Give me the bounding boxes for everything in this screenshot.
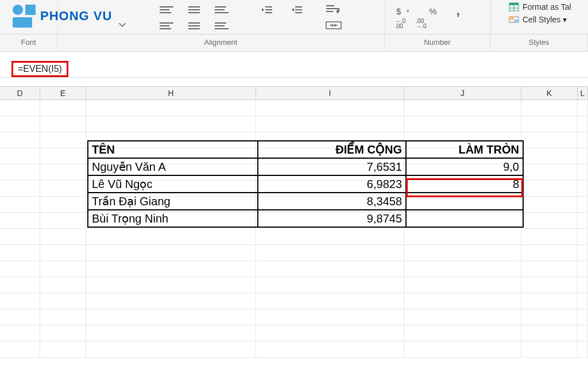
spreadsheet-grid[interactable]: D E H I J K L xyxy=(0,86,588,368)
comma-format-button[interactable]: , xyxy=(457,3,460,18)
column-header[interactable]: J xyxy=(404,87,521,99)
svg-rect-15 xyxy=(509,17,514,20)
font-group-label: Font xyxy=(0,34,57,51)
wrap-merge-group xyxy=(325,3,347,33)
table-row: Trần Đại Giang 8,3458 xyxy=(88,193,523,210)
align-bottom-button[interactable] xyxy=(215,3,229,16)
ribbon: PHONG VU $ ▾ % , xyxy=(0,0,588,34)
cell-score[interactable]: 9,8745 xyxy=(258,210,406,227)
cell-round[interactable] xyxy=(406,210,523,227)
cell-score[interactable]: 8,3458 xyxy=(258,193,406,210)
svg-rect-6 xyxy=(326,5,334,6)
cell-name[interactable]: Bùi Trọng Ninh xyxy=(88,210,258,227)
number-group-label: Number xyxy=(385,34,490,51)
decimal-group: ←.0 .00 .00 →.0 xyxy=(395,18,427,29)
table-row: Bùi Trọng Ninh 9,8745 xyxy=(88,210,523,227)
formula-bar[interactable]: =EVEN(I5) xyxy=(0,60,588,78)
column-header[interactable]: I xyxy=(256,87,404,99)
cell-round-selected[interactable]: 8 xyxy=(406,175,523,193)
styles-group: Format as Tal Cell Styles ▾ xyxy=(509,2,571,24)
alignment-group-label: Alignment xyxy=(57,34,385,51)
cell-round[interactable] xyxy=(406,193,523,210)
align-center-button[interactable] xyxy=(187,20,201,32)
cell-styles-icon xyxy=(509,15,519,24)
cell-styles-label: Cell Styles ▾ xyxy=(523,15,567,24)
format-as-table-button[interactable]: Format as Tal xyxy=(509,2,571,12)
align-top-button[interactable] xyxy=(160,3,173,16)
percent-format-button[interactable]: % xyxy=(429,6,436,16)
column-header[interactable]: K xyxy=(521,87,578,99)
indent-group xyxy=(261,3,307,16)
cell-round[interactable]: 9,0 xyxy=(406,158,523,175)
header-round[interactable]: LÀM TRÒN xyxy=(406,141,523,158)
ribbon-group-labels: Font Alignment Number Styles xyxy=(0,34,588,52)
svg-rect-4 xyxy=(295,9,302,10)
table-row: Lê Vũ Ngọc 6,9823 8 xyxy=(88,175,523,193)
decrease-decimal-button[interactable]: .00 →.0 xyxy=(416,18,426,29)
svg-rect-16 xyxy=(514,20,519,22)
svg-rect-0 xyxy=(265,6,272,7)
column-header[interactable]: E xyxy=(40,87,86,99)
cell-name[interactable]: Lê Vũ Ngọc xyxy=(88,175,258,193)
align-right-button[interactable] xyxy=(215,20,229,32)
horizontal-align-group xyxy=(160,20,229,32)
decrease-indent-button[interactable] xyxy=(261,3,277,16)
merge-center-button[interactable] xyxy=(325,20,347,33)
logo-icon xyxy=(13,5,36,28)
cell-score[interactable]: 7,6531 xyxy=(258,158,406,175)
header-name[interactable]: TÊN xyxy=(88,141,258,158)
wrap-text-button[interactable] xyxy=(325,3,347,17)
table-header-row: TÊN ĐIỂM CỘNG LÀM TRÒN xyxy=(88,141,523,158)
font-dropdown-icon[interactable] xyxy=(118,21,126,29)
svg-rect-5 xyxy=(295,12,302,13)
cell-score[interactable]: 6,9823 xyxy=(258,175,406,193)
svg-rect-3 xyxy=(295,6,302,7)
align-middle-button[interactable] xyxy=(187,3,201,16)
increase-indent-button[interactable] xyxy=(291,3,307,16)
svg-rect-2 xyxy=(265,12,272,13)
table-icon xyxy=(509,2,519,12)
table-row: Nguyễn Văn A 7,6531 9,0 xyxy=(88,158,523,175)
svg-rect-8 xyxy=(326,11,333,12)
cell-name[interactable]: Trần Đại Giang xyxy=(88,193,258,210)
cell-name[interactable]: Nguyễn Văn A xyxy=(88,158,258,175)
logo-text: PHONG VU xyxy=(40,9,112,24)
cell-styles-button[interactable]: Cell Styles ▾ xyxy=(509,15,571,24)
brand-logo: PHONG VU xyxy=(13,5,112,28)
format-as-table-label: Format as Tal xyxy=(523,2,571,12)
align-left-button[interactable] xyxy=(160,20,173,32)
svg-rect-7 xyxy=(326,8,339,9)
accounting-format-button[interactable]: $ xyxy=(396,6,401,16)
increase-decimal-button[interactable]: ←.0 .00 xyxy=(395,18,405,29)
data-table[interactable]: TÊN ĐIỂM CỘNG LÀM TRÒN Nguyễn Văn A 7,65… xyxy=(87,140,524,228)
svg-rect-1 xyxy=(265,9,272,10)
header-score[interactable]: ĐIỂM CỘNG xyxy=(258,141,406,158)
formula-input[interactable]: =EVEN(I5) xyxy=(11,61,68,77)
column-header[interactable]: D xyxy=(0,87,40,99)
vertical-align-group xyxy=(160,3,229,16)
styles-group-label: Styles xyxy=(490,34,588,51)
column-header[interactable]: H xyxy=(86,87,256,99)
number-format-group: $ ▾ % , xyxy=(396,3,460,18)
column-headers-row: D E H I J K L xyxy=(0,86,588,100)
column-header[interactable]: L xyxy=(578,87,588,99)
